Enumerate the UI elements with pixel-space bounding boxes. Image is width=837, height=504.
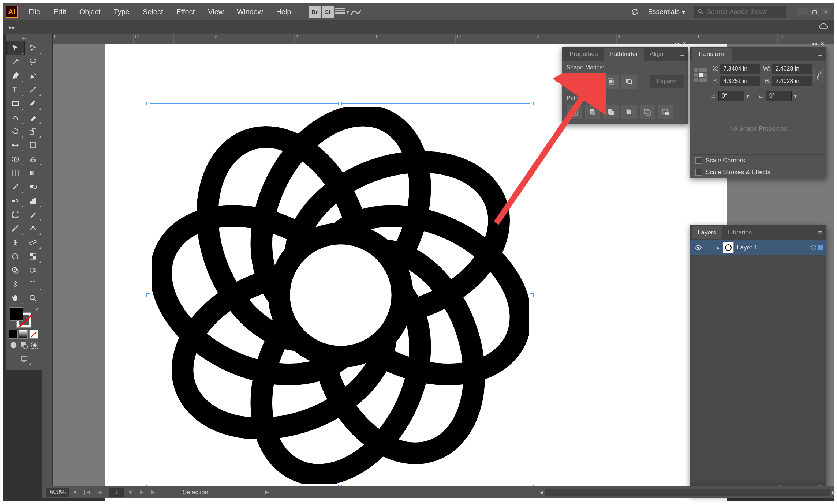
panel-menu-icon[interactable]: ≡: [815, 49, 825, 60]
shape-builder-tool[interactable]: [7, 152, 24, 166]
type-tool[interactable]: T: [7, 83, 24, 97]
measure-tool[interactable]: [24, 236, 42, 249]
selection-handle-w[interactable]: [146, 293, 150, 297]
column-graph-tool[interactable]: [24, 194, 42, 208]
expand-button[interactable]: Expand: [650, 75, 684, 88]
lasso-tool[interactable]: [24, 55, 42, 69]
panel-close-icon[interactable]: ✕: [682, 40, 687, 47]
crop-button[interactable]: [621, 105, 637, 119]
scale-corners-row[interactable]: Scale Corners: [690, 155, 826, 166]
target-icon[interactable]: [811, 245, 816, 250]
stock-icon[interactable]: St: [322, 6, 334, 18]
y-input[interactable]: [720, 76, 760, 86]
tab-layers[interactable]: Layers: [692, 226, 722, 239]
layer-thumbnail[interactable]: [723, 242, 734, 253]
curvature-tool[interactable]: [24, 69, 42, 83]
horizontal-scrollbar[interactable]: [545, 489, 830, 496]
perspective-grid-tool[interactable]: [24, 152, 42, 166]
search-stock[interactable]: [694, 6, 786, 18]
first-artboard-button[interactable]: |◄: [81, 488, 93, 497]
last-artboard-button[interactable]: ►|: [148, 488, 160, 497]
ruler-origin[interactable]: [42, 34, 53, 44]
stock-search-input[interactable]: [707, 8, 782, 16]
menu-window[interactable]: Window: [231, 5, 269, 18]
expand-layer-icon[interactable]: ▸: [717, 244, 720, 252]
direct-selection-tool[interactable]: [24, 41, 42, 55]
cloud-icon[interactable]: [819, 23, 829, 31]
anchor-edit-tool-b[interactable]: [24, 222, 42, 236]
panel-collapse-icon[interactable]: ◂◂: [811, 40, 817, 47]
draw-behind-button[interactable]: [19, 340, 29, 350]
tab-properties[interactable]: Properties: [564, 48, 604, 61]
knife-tool[interactable]: [7, 263, 24, 277]
minus-front-button[interactable]: [585, 75, 600, 89]
rotate-input[interactable]: [718, 91, 744, 101]
menu-effect[interactable]: Effect: [170, 5, 201, 18]
unite-button[interactable]: [567, 75, 582, 89]
x-input[interactable]: [720, 64, 760, 74]
blob-brush-tool[interactable]: [7, 249, 24, 263]
solid-color-button[interactable]: [9, 330, 18, 339]
zoom-level[interactable]: 600%: [46, 488, 69, 497]
pen-tool[interactable]: [7, 69, 24, 83]
magic-wand-tool[interactable]: [7, 55, 24, 69]
menu-file[interactable]: File: [23, 5, 46, 18]
puppet-warp-tool[interactable]: [7, 236, 24, 249]
tab-align[interactable]: Align: [644, 48, 669, 61]
h-input[interactable]: [772, 76, 812, 86]
bridge-icon[interactable]: Br: [309, 6, 321, 18]
vertical-ruler[interactable]: [42, 44, 53, 486]
zoom-tool[interactable]: [24, 291, 42, 305]
layers-list-area[interactable]: [690, 255, 826, 482]
symbol-sprayer-tool[interactable]: [7, 194, 24, 208]
divide-button[interactable]: [567, 105, 582, 119]
menu-help[interactable]: Help: [270, 5, 297, 18]
swap-fill-stroke-icon[interactable]: ⤢: [35, 306, 40, 312]
menu-select[interactable]: Select: [137, 5, 169, 18]
control-bar-toggle[interactable]: ▸▸: [7, 22, 16, 32]
flower-artwork[interactable]: [152, 107, 529, 484]
panel-menu-icon[interactable]: ≡: [815, 227, 825, 238]
panel-collapse-icon[interactable]: ◂◂: [673, 40, 679, 47]
selection-handle-nw[interactable]: [146, 102, 150, 105]
none-color-button[interactable]: [29, 330, 38, 339]
minimize-button[interactable]: ─: [797, 8, 808, 15]
fill-swatch[interactable]: [10, 307, 23, 321]
next-artboard-button[interactable]: ►: [137, 488, 147, 497]
shaper-tool[interactable]: [7, 110, 24, 124]
slice-tool[interactable]: [24, 208, 42, 222]
line-tool[interactable]: [24, 83, 42, 97]
draw-inside-button[interactable]: [30, 340, 40, 350]
rectangle-tool[interactable]: [7, 97, 24, 110]
selection-indicator[interactable]: [818, 245, 823, 250]
selection-tool[interactable]: [7, 41, 24, 55]
screen-mode-button[interactable]: [17, 353, 31, 366]
mesh-tool[interactable]: [7, 166, 24, 180]
artboard-number[interactable]: 1: [109, 488, 124, 497]
paintbrush-tool[interactable]: [24, 97, 42, 110]
trim-button[interactable]: [585, 105, 600, 119]
live-paint-tool[interactable]: [24, 249, 42, 263]
layer-name[interactable]: Layer 1: [737, 244, 758, 251]
arrange-documents-icon[interactable]: [335, 8, 345, 16]
w-input[interactable]: [772, 64, 812, 74]
maximize-button[interactable]: ▢: [809, 8, 819, 15]
selection-handle-ne[interactable]: [530, 102, 534, 105]
reference-point-selector[interactable]: [694, 68, 707, 82]
status-menu-icon[interactable]: ►: [264, 489, 270, 496]
hand-tool[interactable]: [7, 291, 24, 305]
tools-collapse[interactable]: ◂◂: [7, 35, 42, 41]
print-tiling-tool[interactable]: [24, 277, 42, 291]
eyedropper-tool[interactable]: [7, 180, 24, 194]
panel-close-icon[interactable]: ✕: [820, 40, 825, 47]
exclude-button[interactable]: [621, 75, 637, 89]
scale-strokes-row[interactable]: Scale Strokes & Effects: [690, 166, 826, 178]
scale-corners-checkbox[interactable]: [695, 157, 702, 164]
merge-button[interactable]: [603, 105, 619, 119]
menu-view[interactable]: View: [202, 5, 229, 18]
sync-icon[interactable]: [631, 8, 639, 16]
tab-pathfinder[interactable]: Pathfinder: [604, 48, 644, 61]
free-transform-tool[interactable]: [24, 138, 42, 152]
blend-tool[interactable]: [24, 180, 42, 194]
tab-libraries[interactable]: Libraries: [722, 226, 758, 239]
